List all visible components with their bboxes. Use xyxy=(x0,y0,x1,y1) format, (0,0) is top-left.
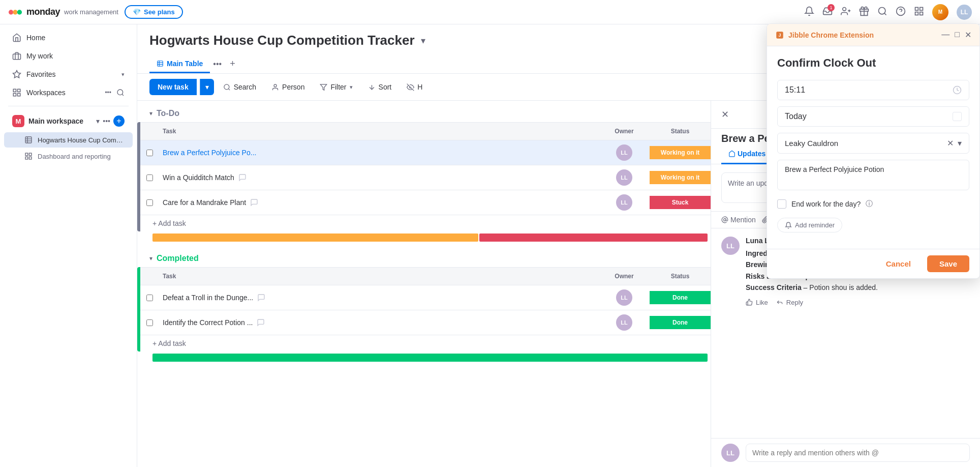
board-title-chevron-icon[interactable]: ▾ xyxy=(421,35,425,46)
project-chevron-icon[interactable]: ▾ xyxy=(958,138,962,148)
todo-group-header[interactable]: ▾ To-Do xyxy=(137,105,711,122)
person-button[interactable]: Person xyxy=(265,80,311,94)
see-plans-button[interactable]: 💎 See plans xyxy=(125,5,183,19)
sort-button[interactable]: Sort xyxy=(362,80,398,94)
project-clear-icon[interactable]: ✕ xyxy=(947,138,954,148)
task-checkbox-2[interactable] xyxy=(140,174,159,181)
status-badge-4: Done xyxy=(650,291,711,304)
comp-owner-col-header: Owner xyxy=(599,270,650,283)
mention-label: Mention xyxy=(730,216,756,224)
maximize-button[interactable]: □ xyxy=(955,30,960,40)
date-value: Today xyxy=(785,112,807,121)
search-button[interactable]: Search xyxy=(217,80,262,94)
project-field[interactable]: Leaky Cauldron ✕ ▾ xyxy=(777,133,969,154)
svg-rect-12 xyxy=(915,7,918,10)
date-field[interactable]: Today xyxy=(777,106,969,127)
new-task-button[interactable]: New task xyxy=(149,79,197,95)
sidebar-item-home[interactable]: Home xyxy=(4,29,133,46)
search-icon-wrapper[interactable] xyxy=(877,6,887,18)
reply-button[interactable]: Reply xyxy=(776,299,803,306)
workspace-dots-icon[interactable]: ••• xyxy=(103,117,110,125)
sidebar-item-favorites[interactable]: Favorites ▾ xyxy=(4,66,133,83)
task-status-2[interactable]: Working on it xyxy=(650,171,711,184)
save-button[interactable]: Save xyxy=(927,255,969,272)
table-row[interactable]: Care for a Mandrake Plant LL Stuck xyxy=(140,190,711,215)
bell-icon-wrapper[interactable] xyxy=(804,6,814,18)
gift-icon-wrapper[interactable] xyxy=(859,6,869,18)
monday-logo-color-icon[interactable]: M xyxy=(932,4,948,20)
task-field[interactable]: Brew a Perfect Polyjuice Potion xyxy=(777,160,969,190)
completed-group-header[interactable]: ▾ Completed xyxy=(137,250,711,267)
sidebar-item-workspaces[interactable]: Workspaces ••• xyxy=(4,84,133,101)
inbox-icon-wrapper[interactable]: 1 xyxy=(822,6,833,18)
task-checkbox-4[interactable] xyxy=(140,295,159,301)
like-icon xyxy=(746,299,753,306)
date-checkbox[interactable] xyxy=(953,112,962,121)
filter-button[interactable]: Filter ▾ xyxy=(314,80,358,94)
svg-rect-14 xyxy=(920,12,923,15)
mention-button[interactable]: Mention xyxy=(721,216,756,224)
end-work-info-icon[interactable]: ⓘ xyxy=(866,199,873,209)
workspaces-label: Workspaces xyxy=(26,89,100,97)
help-icon-wrapper[interactable] xyxy=(896,6,906,18)
completed-add-task-button[interactable]: + Add task xyxy=(140,335,711,352)
svg-point-36 xyxy=(224,84,229,89)
comment-para-4: Success Criteria – Potion shou is added. xyxy=(746,282,970,293)
comment-icon-5 xyxy=(257,318,265,327)
todo-add-task-button[interactable]: + Add task xyxy=(140,215,711,231)
tab-add-button[interactable]: + xyxy=(225,54,240,73)
tab-options-icon[interactable]: ••• xyxy=(210,55,225,73)
workspace-header[interactable]: M Main workspace ▾ ••• + xyxy=(4,111,133,131)
like-button[interactable]: Like xyxy=(746,299,768,306)
task-status-1[interactable]: Working on it xyxy=(650,146,711,159)
completed-arrow-icon: ▾ xyxy=(149,255,152,262)
svg-rect-16 xyxy=(13,54,21,60)
workspace-add-button[interactable]: + xyxy=(113,115,125,127)
hide-icon xyxy=(407,83,414,91)
hide-button[interactable]: H xyxy=(401,80,428,94)
tab-main-table[interactable]: Main Table xyxy=(149,55,210,73)
task-status-3[interactable]: Stuck xyxy=(650,196,711,209)
reply-input[interactable] xyxy=(746,444,970,462)
minimize-button[interactable]: — xyxy=(941,30,950,40)
workspaces-dots-icon[interactable]: ••• xyxy=(105,89,111,96)
workspaces-search-icon[interactable] xyxy=(116,89,125,97)
sidebar-item-dashboard[interactable]: Dashboard and reporting xyxy=(4,149,133,164)
task-owner-4: LL xyxy=(599,285,650,310)
cancel-button[interactable]: Cancel xyxy=(876,255,921,272)
user-avatar[interactable]: LL xyxy=(957,5,972,20)
task-checkbox-1[interactable] xyxy=(140,150,159,156)
svg-marker-39 xyxy=(321,84,327,90)
invite-icon-wrapper[interactable] xyxy=(841,6,851,18)
table-row[interactable]: Identify the Correct Potion ... LL Done xyxy=(140,310,711,335)
sidebar-item-hogwarts[interactable]: Hogwarts House Cup Comp... xyxy=(4,132,133,148)
end-work-checkbox[interactable] xyxy=(777,199,786,209)
grid-icon-wrapper[interactable] xyxy=(914,6,924,18)
topbar: monday work management 💎 See plans 1 M xyxy=(0,0,980,24)
table-row[interactable]: Win a Quidditch Match LL Working on it xyxy=(140,165,711,190)
todo-summary-bar xyxy=(152,234,708,242)
new-task-arrow-button[interactable]: ▾ xyxy=(200,79,214,95)
task-status-4[interactable]: Done xyxy=(650,291,711,304)
table-row[interactable]: Brew a Perfect Polyjuice Po... LL Workin… xyxy=(140,140,711,165)
time-field[interactable]: 15:11 xyxy=(777,80,969,100)
time-value: 15:11 xyxy=(785,85,805,95)
svg-point-0 xyxy=(9,10,13,14)
person-toolbar-icon xyxy=(271,83,279,91)
detail-close-button[interactable]: ✕ xyxy=(721,109,729,120)
comp-task-col-header: Task xyxy=(159,270,599,283)
hide-label: H xyxy=(417,83,422,91)
svg-rect-29 xyxy=(29,153,32,156)
add-reminder-button[interactable]: Add reminder xyxy=(777,218,842,232)
modal-close-button[interactable]: ✕ xyxy=(965,30,971,40)
task-checkbox-3[interactable] xyxy=(140,199,159,206)
task-checkbox-5[interactable] xyxy=(140,319,159,326)
person-add-icon xyxy=(841,6,851,16)
svg-line-37 xyxy=(228,89,230,90)
svg-rect-13 xyxy=(920,7,923,10)
workspace-chevron-icon[interactable]: ▾ xyxy=(96,117,100,125)
table-row[interactable]: Defeat a Troll in the Dunge... LL Done xyxy=(140,285,711,310)
task-owner-1: LL xyxy=(599,140,650,165)
sidebar-item-my-work[interactable]: My work xyxy=(4,47,133,65)
task-status-5[interactable]: Done xyxy=(650,316,711,329)
